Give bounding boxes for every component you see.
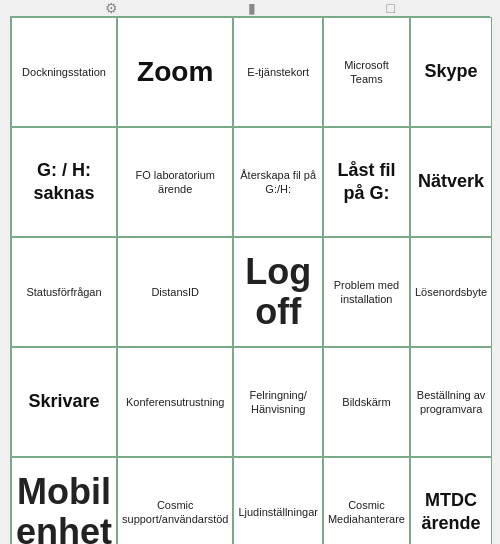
cell-text-9: Nätverk	[418, 170, 484, 193]
cell-text-8: Låst fil på G:	[328, 159, 405, 206]
cell-text-11: DistansID	[151, 285, 199, 299]
cell-text-24: MTDC ärende	[415, 489, 487, 536]
cell-text-17: Felringning/ Hänvisning	[238, 388, 318, 417]
grid-cell-7[interactable]: Återskapa fil på G:/H:	[233, 127, 323, 237]
cell-text-6: FO laboratorium ärende	[122, 168, 228, 197]
grid-cell-3[interactable]: Microsoft Teams	[323, 17, 410, 127]
grid-cell-5[interactable]: G: / H: saknas	[11, 127, 117, 237]
grid-cell-12[interactable]: Log off	[233, 237, 323, 347]
cell-text-4: Skype	[425, 60, 478, 83]
cell-text-12: Log off	[238, 252, 318, 331]
grid-cell-23[interactable]: Cosmic Mediahanterare	[323, 457, 410, 544]
cell-text-13: Problem med installation	[328, 278, 405, 307]
grid-cell-18[interactable]: Bildskärm	[323, 347, 410, 457]
bingo-grid: DockningsstationZoomE-tjänstekortMicroso…	[10, 16, 490, 544]
grid-cell-13[interactable]: Problem med installation	[323, 237, 410, 347]
grid-cell-0[interactable]: Dockningsstation	[11, 17, 117, 127]
grid-cell-21[interactable]: Cosmic support/användarstöd	[117, 457, 233, 544]
cell-text-16: Konferensutrustning	[126, 395, 224, 409]
grid-cell-19[interactable]: Beställning av programvara	[410, 347, 492, 457]
grid-cell-10[interactable]: Statusförfrågan	[11, 237, 117, 347]
cell-text-23: Cosmic Mediahanterare	[328, 498, 405, 527]
grid-cell-9[interactable]: Nätverk	[410, 127, 492, 237]
cell-text-22: Ljudinställningar	[238, 505, 318, 519]
grid-cell-6[interactable]: FO laboratorium ärende	[117, 127, 233, 237]
grid-cell-2[interactable]: E-tjänstekort	[233, 17, 323, 127]
square-icon: □	[386, 0, 394, 16]
cell-text-10: Statusförfrågan	[26, 285, 101, 299]
grid-cell-22[interactable]: Ljudinställningar	[233, 457, 323, 544]
grid-cell-4[interactable]: Skype	[410, 17, 492, 127]
cell-text-1: Zoom	[137, 54, 213, 90]
grid-cell-17[interactable]: Felringning/ Hänvisning	[233, 347, 323, 457]
cell-text-14: Lösenordsbyte	[415, 285, 487, 299]
gear-icon: ⚙	[105, 0, 118, 16]
cell-text-7: Återskapa fil på G:/H:	[238, 168, 318, 197]
bar-icon: ▮	[248, 0, 256, 16]
grid-cell-24[interactable]: MTDC ärende	[410, 457, 492, 544]
cell-text-19: Beställning av programvara	[415, 388, 487, 417]
grid-cell-15[interactable]: Skrivare	[11, 347, 117, 457]
grid-cell-16[interactable]: Konferensutrustning	[117, 347, 233, 457]
cell-text-2: E-tjänstekort	[247, 65, 309, 79]
grid-cell-14[interactable]: Lösenordsbyte	[410, 237, 492, 347]
cell-text-15: Skrivare	[28, 390, 99, 413]
cell-text-20: Mobil enhet	[16, 472, 112, 544]
grid-cell-8[interactable]: Låst fil på G:	[323, 127, 410, 237]
grid-cell-20[interactable]: Mobil enhet	[11, 457, 117, 544]
grid-cell-1[interactable]: Zoom	[117, 17, 233, 127]
cell-text-3: Microsoft Teams	[328, 58, 405, 87]
cell-text-0: Dockningsstation	[22, 65, 106, 79]
cell-text-21: Cosmic support/användarstöd	[122, 498, 228, 527]
grid-cell-11[interactable]: DistansID	[117, 237, 233, 347]
cell-text-18: Bildskärm	[342, 395, 390, 409]
top-bar: ⚙ ▮ □	[0, 0, 500, 16]
cell-text-5: G: / H: saknas	[16, 159, 112, 206]
